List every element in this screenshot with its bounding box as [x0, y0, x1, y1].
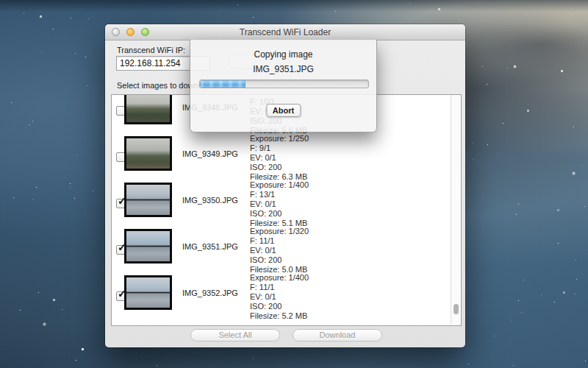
- image-exif-info: Exposure: 1/320F: 11/1EV: 0/1ISO: 200Fil…: [250, 227, 309, 275]
- list-scrollbar[interactable]: [451, 95, 461, 325]
- image-thumbnail: [124, 136, 172, 171]
- image-list-row[interactable]: ✓ IMG_9349.JPG Exposure: 1/250F: 9/1EV: …: [112, 130, 451, 177]
- window-titlebar[interactable]: Transcend WiFi Loader: [105, 24, 465, 40]
- image-list-row[interactable]: ✓ IMG_9351.JPG Exposure: 1/320F: 11/1EV:…: [112, 223, 451, 269]
- window-title: Transcend WiFi Loader: [105, 27, 465, 38]
- desktop-wallpaper: Transcend WiFi Loader Transcend WiFi IP:…: [0, 0, 588, 368]
- select-all-button[interactable]: Select All: [190, 329, 280, 342]
- image-filename: IMG_9351.JPG: [182, 242, 256, 251]
- image-thumbnail: [124, 183, 172, 217]
- abort-button[interactable]: Abort: [266, 104, 301, 117]
- sheet-title: Copying image: [190, 49, 376, 60]
- ip-label: Transcend WiFi IP:: [117, 46, 185, 54]
- app-window: Transcend WiFi Loader Transcend WiFi IP:…: [105, 24, 465, 347]
- copy-progress-fill: [200, 80, 245, 88]
- image-list-row[interactable]: ✓ IMG_9350.JPG Exposure: 1/400F: 13/1EV:…: [112, 177, 451, 223]
- image-thumbnail: [124, 94, 172, 124]
- image-filename: IMG_9352.JPG: [182, 289, 256, 297]
- copying-filename: IMG_9351.JPG: [190, 64, 376, 74]
- starfield: [0, 0, 1, 1]
- image-thumbnail: [124, 275, 172, 310]
- image-exif-info: Exposure: 1/250F: 9/1EV: 0/1ISO: 200File…: [250, 134, 309, 182]
- image-filename: IMG_9349.JPG: [182, 149, 256, 158]
- image-list-row[interactable]: ✓ IMG_9352.JPG Exposure: 1/400F: 11/1EV:…: [112, 269, 451, 316]
- image-filename: IMG_9350.JPG: [182, 196, 256, 205]
- download-button[interactable]: Download: [293, 329, 382, 342]
- image-exif-info: Exposure: 1/400F: 13/1EV: 0/1ISO: 200Fil…: [250, 180, 309, 228]
- copy-progress-sheet: Copying image IMG_9351.JPG Abort: [190, 40, 377, 132]
- copy-progress-bar: [199, 79, 369, 88]
- image-exif-info: Exposure: 1/400F: 11/1EV: 0/1ISO: 200Fil…: [250, 273, 309, 321]
- image-thumbnail: [124, 229, 172, 263]
- scrollbar-thumb[interactable]: [453, 304, 459, 314]
